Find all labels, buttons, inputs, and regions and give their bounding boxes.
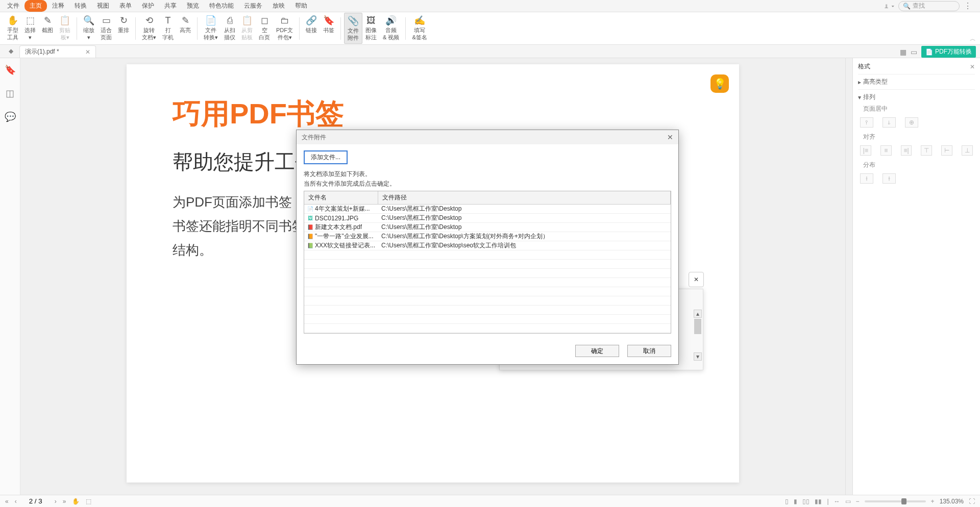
ribbon-btn-19[interactable]: 🔗链接	[303, 13, 320, 36]
center-h-icon[interactable]: ⫯	[860, 117, 873, 128]
center-both-icon[interactable]: ⊕	[905, 117, 918, 128]
ribbon-btn-7[interactable]: ↻重排	[115, 13, 132, 36]
prev-page-icon[interactable]: ‹	[15, 498, 17, 505]
zoom-slider[interactable]	[865, 500, 926, 502]
align-right-icon[interactable]: ≡|	[901, 145, 912, 156]
file-type-icon: 🖼	[307, 215, 313, 221]
app-menu-icon[interactable]: ⋮	[964, 1, 972, 11]
continuous-icon[interactable]: ▮	[794, 498, 797, 505]
sec-highlight[interactable]: ▸高亮类型	[858, 78, 975, 86]
menu-3[interactable]: 转换	[69, 0, 92, 12]
grid-view-icon[interactable]: ▦	[900, 48, 906, 56]
table-row[interactable]: 📗XXX软文链接登记表...C:\Users\黑框工作室\Desktop\seo…	[304, 241, 671, 250]
select-tool-icon[interactable]: ⬚	[86, 498, 91, 505]
fit-page-icon[interactable]: ▭	[845, 498, 851, 505]
table-row[interactable]: 🖼DSC01291.JPGC:\Users\黑框工作室\Desktop	[304, 214, 671, 223]
ribbon-btn-2[interactable]: ✎截图	[39, 13, 56, 36]
menu-4[interactable]: 视图	[92, 0, 114, 12]
ribbon-collapse-icon[interactable]: ︿	[970, 35, 976, 43]
dialog-close-icon[interactable]: ✕	[667, 133, 673, 141]
menu-7[interactable]: 共享	[159, 0, 182, 12]
align-middle-icon[interactable]: ⊢	[941, 145, 952, 156]
last-page-icon[interactable]: »	[63, 498, 66, 505]
distribute-v-icon[interactable]: ⫳	[883, 173, 896, 184]
ribbon-icon: ⬚	[24, 15, 36, 26]
menu-12[interactable]: 帮助	[290, 0, 312, 12]
ribbon-btn-1[interactable]: ⬚选择 ▾	[21, 13, 39, 42]
align-left-icon[interactable]: |≡	[860, 145, 871, 156]
add-file-button[interactable]: 添加文件...	[304, 150, 348, 164]
ribbon-btn-0[interactable]: ✋手型 工具	[4, 13, 21, 42]
document-tab[interactable]: 演示(1).pdf * ✕	[19, 45, 96, 58]
bookmark-icon[interactable]: 🔖	[5, 64, 16, 75]
ribbon-btn-5[interactable]: 🔍缩放 ▾	[80, 13, 97, 42]
scroll-thumb[interactable]	[694, 319, 701, 334]
ribbon-btn-17[interactable]: 🗀PDF文 件包▾	[273, 13, 296, 42]
center-v-icon[interactable]: ⫰	[883, 117, 896, 128]
ribbon-btn-9[interactable]: ⟲旋转 文档▾	[139, 13, 159, 42]
zoom-value[interactable]: 135.03%	[940, 498, 964, 505]
ok-button[interactable]: 确定	[575, 345, 619, 357]
distribute-h-icon[interactable]: ⫲	[860, 173, 873, 184]
two-continuous-icon[interactable]: ▮▮	[815, 498, 822, 505]
ribbon-btn-11[interactable]: ✎高亮	[177, 13, 194, 36]
fit-width-icon[interactable]: ↔	[834, 498, 840, 505]
page-input[interactable]	[23, 497, 48, 505]
first-page-icon[interactable]: «	[5, 498, 9, 505]
document-scrollbar[interactable]	[845, 58, 852, 495]
menu-1[interactable]: 主页	[24, 0, 47, 12]
ribbon-btn-23[interactable]: 🖼图像 标注	[362, 13, 380, 42]
scroll-down-icon[interactable]: ▾	[694, 352, 702, 361]
next-page-icon[interactable]: ›	[55, 498, 57, 505]
scroll-up-icon[interactable]: ▴	[694, 310, 702, 318]
cancel-button[interactable]: 取消	[627, 345, 671, 357]
ribbon-btn-26[interactable]: ✍填写 &签名	[409, 13, 430, 42]
menu-8[interactable]: 预览	[182, 0, 204, 12]
zoom-out-icon[interactable]: −	[856, 498, 860, 505]
tab-close-icon[interactable]: ✕	[85, 48, 90, 56]
menu-9[interactable]: 特色功能	[204, 0, 239, 12]
ribbon-btn-13[interactable]: 📄文件 转换▾	[201, 13, 221, 42]
zoom-in-icon[interactable]: +	[931, 498, 935, 505]
comment-icon[interactable]: 💬	[5, 111, 16, 122]
align-center-icon[interactable]: ≡	[880, 145, 892, 156]
two-page-icon[interactable]: ▯▯	[802, 498, 810, 505]
panel-close-icon[interactable]: ✕	[970, 63, 975, 70]
table-row[interactable]: 📕新建文本文档.pdfC:\Users\黑框工作室\Desktop	[304, 223, 671, 232]
col-filepath[interactable]: 文件路径	[378, 191, 671, 204]
menu-6[interactable]: 保护	[137, 0, 159, 12]
pages-icon[interactable]: ◫	[6, 88, 14, 99]
overlay-close-icon[interactable]: ✕	[689, 272, 704, 287]
overlay-scrollbar[interactable]: ▴ ▾	[694, 310, 702, 361]
tip-bulb-icon[interactable]: 💡	[710, 74, 729, 93]
quick-tool-icon[interactable]: ◆	[6, 46, 15, 56]
fullscreen-icon[interactable]: ⛶	[969, 498, 975, 505]
ribbon-btn-22[interactable]: 📎文件 附件	[344, 13, 362, 43]
ribbon-btn-16[interactable]: ◻空 白页	[256, 13, 273, 42]
ribbon-icon: 🔊	[385, 15, 397, 26]
sec-arrange[interactable]: ▾排列	[858, 93, 975, 102]
align-bottom-icon[interactable]: ⊥	[962, 145, 973, 156]
col-filename[interactable]: 文件名	[304, 191, 378, 204]
single-page-icon[interactable]: ▯	[785, 498, 789, 505]
align-top-icon[interactable]: ⊤	[921, 145, 932, 156]
page-view-icon[interactable]: ▭	[911, 48, 917, 56]
menu-2[interactable]: 注释	[47, 0, 69, 12]
ribbon-btn-6[interactable]: ▭适合 页面	[97, 13, 115, 42]
hand-tool-icon[interactable]: ✋	[72, 498, 80, 505]
pdf-convert-button[interactable]: 📄 PDF万能转换	[921, 46, 976, 58]
menu-5[interactable]: 表单	[114, 0, 137, 12]
table-row[interactable]: 📄4年文案策划+新媒...C:\Users\黑框工作室\Desktop	[304, 205, 671, 214]
table-row[interactable]: 📙"一带一路"企业发展...C:\Users\黑框工作室\Desktop\方案策…	[304, 232, 671, 241]
zoom-thumb[interactable]	[901, 498, 906, 504]
layout-mode-icon[interactable]: ⫫ ▾	[884, 3, 894, 10]
dialog-titlebar[interactable]: 文件附件 ✕	[297, 130, 678, 144]
menu-0[interactable]: 文件	[2, 0, 24, 12]
ribbon-btn-14[interactable]: ⎙从扫 描仪	[221, 13, 238, 42]
menu-10[interactable]: 云服务	[239, 0, 267, 12]
ribbon-btn-20[interactable]: 🔖书签	[320, 13, 337, 36]
ribbon-btn-10[interactable]: T打 字机	[159, 13, 177, 42]
menu-11[interactable]: 放映	[267, 0, 290, 12]
ribbon-btn-24[interactable]: 🔊音频 & 视频	[380, 13, 402, 42]
search-box[interactable]: 🔍 查找	[898, 1, 960, 11]
